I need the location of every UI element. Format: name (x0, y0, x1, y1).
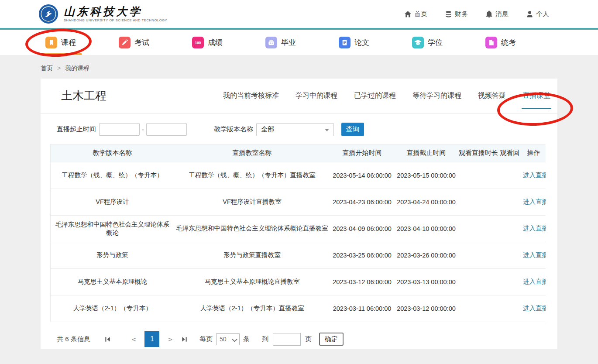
top-nav-messages[interactable]: 消息 (485, 10, 509, 18)
cell-live-room: 马克思主义基本原理概论直播教室 (174, 268, 330, 295)
goto-page-input[interactable] (273, 333, 301, 346)
goto-page-unit: 页 (305, 335, 312, 343)
breadcrumb-home[interactable]: 首页 (41, 65, 53, 72)
cell-end-time: 2023-04-10 00:00:00 (394, 215, 458, 242)
nav-item-exams[interactable]: 考试 (119, 30, 192, 55)
cell-start-time: 2023-04-23 06:00:00 (330, 189, 394, 215)
nav-item-thesis[interactable]: 论文 (339, 30, 412, 55)
cell-watch-duration (458, 295, 498, 322)
page-root: 山东科技大学 SHANDONG UNIVERSITY OF SCIENCE AN… (0, 0, 598, 364)
cell-end-time: 2023-03-26 00:00:00 (394, 242, 458, 268)
top-nav-label: 财务 (455, 10, 468, 18)
enter-live-link[interactable]: 进入直播 (523, 305, 546, 312)
tab-courses-in-progress[interactable]: 学习中的课程 (296, 79, 337, 113)
table-row: 马克思主义基本原理概论 马克思主义基本原理概论直播教室 2023-03-12 0… (51, 268, 546, 295)
enter-live-link[interactable]: 进入直播 (523, 278, 546, 285)
cell-watch-duration (458, 189, 498, 215)
tab-courses-waiting[interactable]: 等待学习的课程 (412, 79, 461, 113)
teaching-version-label: 教学版本名称 (214, 125, 253, 134)
breadcrumb-current: 我的课程 (65, 65, 89, 72)
last-page-icon[interactable] (181, 336, 188, 343)
nav-item-grades[interactable]: 100 成绩 (192, 30, 265, 55)
page-number-button[interactable]: 1 (144, 331, 159, 347)
cell-watch-duration (458, 268, 498, 295)
enter-live-link[interactable]: 进入直播 (523, 251, 546, 258)
cell-watch-duration (458, 215, 498, 242)
top-nav-home[interactable]: 首页 (404, 10, 427, 18)
table-header-row: 教学版本名称 直播教室名称 直播开始时间 直播截止时间 观看直播时长 观看回 操… (51, 144, 546, 162)
logo-text: 山东科技大学 SHANDONG UNIVERSITY OF SCIENCE AN… (64, 6, 167, 23)
enter-live-link[interactable]: 进入直播 (523, 198, 546, 205)
enter-live-link[interactable]: 进入直播 (523, 225, 546, 232)
cell-replay (498, 189, 521, 215)
cell-live-room: 毛泽东思想和中国特色社会主义理论体系概论直播教室 (174, 215, 330, 242)
bell-icon (485, 10, 493, 18)
cell-end-time: 2023-03-13 00:00:00 (394, 268, 458, 295)
cell-teaching-version: 马克思主义基本原理概论 (51, 268, 174, 295)
cell-teaching-version: 大学英语（2-1）（专升本） (51, 295, 174, 322)
tab-courses-completed[interactable]: 已学过的课程 (354, 79, 396, 113)
next-page-icon[interactable]: > (168, 335, 172, 343)
course-book-icon (45, 37, 57, 48)
nav-item-label: 考试 (134, 38, 149, 48)
svg-text:100: 100 (195, 41, 201, 45)
cell-end-time: 2023-05-15 00:00:00 (394, 162, 458, 189)
cell-start-time: 2023-03-12 06:00:00 (330, 268, 394, 295)
cell-operation: 进入直播 (521, 295, 546, 322)
degree-cap-icon (412, 37, 424, 48)
grade-100-icon: 100 (192, 37, 204, 48)
university-logo[interactable]: 山东科技大学 SHANDONG UNIVERSITY OF SCIENCE AN… (38, 4, 167, 24)
top-nav: 首页 财务 消息 个人 (404, 10, 549, 18)
tab-assessment-criteria[interactable]: 我的当前考核标准 (223, 79, 279, 113)
main-nav: 课程 考试 100 成绩 毕业 论文 (0, 30, 598, 55)
top-header: 山东科技大学 SHANDONG UNIVERSITY OF SCIENCE AN… (0, 0, 598, 28)
live-table-body: 工程数学（线、概、统）（专升本） 工程数学（线、概、统）（专升本）直播教室 20… (51, 162, 546, 322)
logo-cn: 山东科技大学 (64, 6, 167, 18)
finance-coins-icon (445, 10, 452, 18)
confirm-button[interactable]: 确定 (319, 333, 344, 346)
nav-item-degree[interactable]: 学位 (412, 30, 485, 55)
prev-page-icon[interactable]: < (132, 335, 136, 343)
nav-item-label: 学位 (428, 38, 443, 48)
teaching-version-select[interactable]: 全部 (256, 123, 334, 136)
top-nav-finance[interactable]: 财务 (445, 10, 468, 18)
per-page-unit: 条 (243, 335, 250, 343)
nav-item-label: 统考 (501, 38, 516, 48)
cell-replay (498, 242, 521, 268)
tab-video-qa[interactable]: 视频答疑 (478, 79, 506, 113)
first-page-icon[interactable] (104, 336, 111, 343)
query-button[interactable]: 查询 (341, 123, 364, 136)
live-time-from-input[interactable] (99, 123, 140, 136)
col-header-start-time: 直播开始时间 (330, 144, 394, 162)
nav-item-label: 成绩 (208, 38, 223, 48)
nav-item-label: 论文 (354, 38, 369, 48)
per-page-select[interactable]: 50 (216, 333, 240, 345)
home-icon (404, 10, 412, 18)
table-row: VF程序设计 VF程序设计直播教室 2023-04-23 06:00:00 20… (51, 189, 546, 215)
cell-start-time: 2023-03-25 06:00:00 (330, 242, 394, 268)
cell-operation: 进入直播 (521, 189, 546, 215)
top-nav-label: 个人 (536, 10, 549, 18)
time-range-separator: - (142, 126, 144, 133)
live-time-to-input[interactable] (146, 123, 187, 136)
cell-live-room: 形势与政策直播教室 (174, 242, 330, 268)
course-card: 土木工程 我的当前考核标准 学习中的课程 已学过的课程 等待学习的课程 视频答疑… (41, 79, 557, 349)
nav-item-label: 课程 (61, 38, 76, 48)
thesis-document-icon (339, 37, 351, 48)
table-row: 工程数学（线、概、统）（专升本） 工程数学（线、概、统）（专升本）直播教室 20… (51, 162, 546, 189)
cell-replay (498, 162, 521, 189)
per-page-label: 每页 (199, 335, 213, 343)
university-emblem-icon (38, 4, 58, 24)
cell-start-time: 2023-03-11 06:00:00 (330, 295, 394, 322)
tab-live-classroom[interactable]: 直播课堂 (522, 79, 550, 113)
cell-teaching-version: 形势与政策 (51, 242, 174, 268)
nav-item-unified-exam[interactable]: 统考 (485, 30, 559, 55)
nav-item-courses[interactable]: 课程 (45, 30, 119, 55)
col-header-watch-duration: 观看直播时长 (458, 144, 498, 162)
filter-row: 直播起止时间 - 教学版本名称 全部 查询 (41, 113, 557, 144)
enter-live-link[interactable]: 进入直播 (523, 172, 546, 179)
nav-item-graduation[interactable]: 毕业 (265, 30, 339, 55)
breadcrumb: 首页 > 我的课程 (0, 55, 598, 72)
cell-live-room: 大学英语（2-1）（专升本）直播教室 (174, 295, 330, 322)
top-nav-profile[interactable]: 个人 (526, 10, 549, 18)
